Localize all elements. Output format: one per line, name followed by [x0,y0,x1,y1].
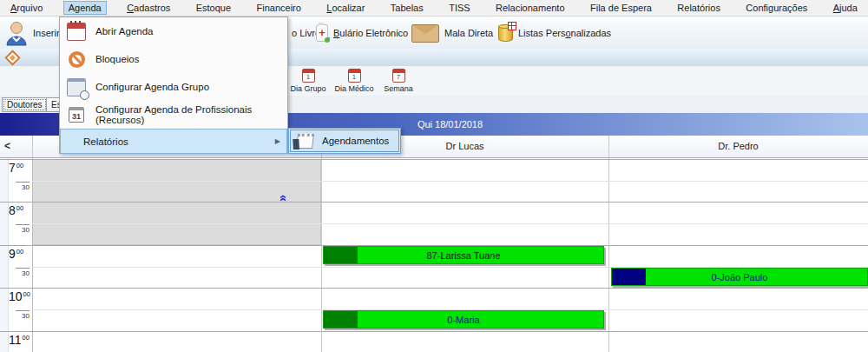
agenda-dropdown-menu: Abrir AgendaBloqueiosConfigurar Agenda G… [59,17,288,154]
menubar-item-configura-es[interactable]: Configurações [740,1,812,15]
previous-day-button[interactable]: < [4,136,10,157]
menubar-item-localizar[interactable]: Localizar [321,1,370,15]
notebook-icon [296,133,313,149]
time-label-7: 700 [9,160,23,176]
menubar-item-financeiro[interactable]: Financeiro [252,1,306,15]
date-header-label: Qui 18/01/2018 [418,119,483,130]
view-button-label: Dia Médico [331,84,378,93]
menu-item-label: Configurar Agenda de Profissionais (Recu… [95,104,287,125]
appointment-87-larissa-tuane[interactable]: 87-Larissa Tuane [323,246,604,264]
calendar-clock-icon [65,76,88,98]
menubar-item-relacionamento[interactable]: Relacionamento [490,1,570,15]
menubar-item-tiss[interactable]: TISS [444,1,475,15]
divider [32,158,33,352]
grid-line [32,223,868,224]
application-window: ArquivoAgendaCadastrosEstoqueFinanceiroL… [0,0,868,352]
calendar-icon: 1 [348,69,361,83]
menubar-item-tabelas[interactable]: Tabelas [385,1,429,15]
time-label-half: 30 [16,310,30,320]
menubar-item-ajuda[interactable]: Ajuda [828,1,863,15]
menubar-item-estoque[interactable]: Estoque [191,1,236,15]
relatorios-submenu: Agendamentos [288,128,401,154]
envelope-icon [411,24,439,43]
grid-line [0,288,868,289]
time-label-half: 30 [16,224,30,234]
time-label-11: 1100 [9,332,30,348]
view-button-label: Semana [375,84,422,93]
status-cap [612,269,646,285]
view-button-dia-grupo[interactable]: 1Dia Grupo [285,69,332,93]
grid-line [32,181,868,182]
grid-line [0,202,868,203]
menubar-item-agenda[interactable]: Agenda [63,1,107,15]
status-cap [324,311,358,328]
mala-direta-label: Mala Direta [444,28,493,38]
mala-direta-button[interactable]: Mala Direta [411,19,493,47]
time-gutter-strip [0,158,9,352]
menubar: ArquivoAgendaCadastrosEstoqueFinanceiroL… [0,0,868,17]
scroll-up-icon[interactable]: « [279,195,289,202]
relatorios-label: Relatórios [83,136,128,147]
menu-item-configurar-agenda-de-profissionais-recursos[interactable]: 31Configurar Agenda de Profissionais (Re… [60,101,287,129]
time-label-10: 1000 [9,289,30,304]
menubar-item-fila-de-espera[interactable]: Fila de Espera [585,1,657,15]
bulario-button[interactable]: Bulário Eletrônico [316,19,408,47]
calendar-red-icon [65,20,88,43]
calendar-icon: 7 [392,69,405,83]
grid-line [0,331,868,332]
agenda-menu-items: Abrir AgendaBloqueiosConfigurar Agenda G… [60,17,287,129]
view-button-dia-m-dico[interactable]: 1Dia Médico [331,69,378,93]
menu-item-label: Abrir Agenda [95,26,154,37]
listas-label: Listas Personalizadas [518,28,611,38]
menubar-item-relat-rios[interactable]: Relatórios [672,1,726,15]
view-button-semana[interactable]: 7Semana [375,69,422,93]
tab-doutores[interactable]: Doutores [2,97,48,112]
time-label-9: 900 [9,246,23,262]
diamond-icon [4,50,20,65]
appointment-0-maria[interactable]: 0-Maria [323,310,604,329]
menu-item-abrir-agenda[interactable]: Abrir Agenda [60,17,287,45]
appointment-label: 87-Larissa Tuane [427,250,501,261]
status-cap [324,247,358,263]
menu-item-label: Configurar Agenda Grupo [95,82,209,92]
menu-item-relatorios[interactable]: Relatórios ▶ [60,129,287,154]
medicine-bottle-icon [316,24,328,42]
view-button-label: Dia Grupo [285,84,332,93]
divider [608,158,609,352]
appointment-0-jo-o-paulo[interactable]: 0-João Paulo [611,268,868,286]
bulario-label: Bulário Eletrônico [333,28,408,38]
schedule-grid[interactable]: « 700308003090030100030110087-Larissa Tu… [0,158,868,352]
calendar-31-icon: 31 [65,103,88,126]
block-icon [65,48,88,70]
time-label-8: 800 [9,203,23,218]
menu-item-agendamentos[interactable]: Agendamentos [290,130,399,152]
menu-item-configurar-agenda-grupo[interactable]: Configurar Agenda Grupo [60,73,287,101]
tab-doutores-label: Doutores [7,100,43,110]
database-icon [498,24,513,42]
grid-line [0,159,868,160]
menubar-item-arquivo[interactable]: Arquivo [5,1,48,15]
calendar-icon: 1 [302,69,315,83]
listas-personalizadas-button[interactable]: Listas Personalizadas [498,19,611,47]
appointment-label: 0-Maria [447,315,479,325]
divider [321,158,322,352]
time-label-half: 30 [16,268,30,277]
time-label-half: 30 [16,182,30,191]
menu-item-bloqueios[interactable]: Bloqueios [60,45,287,73]
divider [32,136,33,157]
person-icon [5,20,28,46]
submenu-arrow-icon: ▶ [275,137,280,145]
menu-item-label: Bloqueios [95,54,140,64]
menubar-item-cadastros[interactable]: Cadastros [122,1,175,15]
column-header-dr-pedro[interactable]: Dr. Pedro [608,136,868,157]
agendamentos-label: Agendamentos [322,136,389,146]
appointment-label: 0-João Paulo [712,272,768,282]
